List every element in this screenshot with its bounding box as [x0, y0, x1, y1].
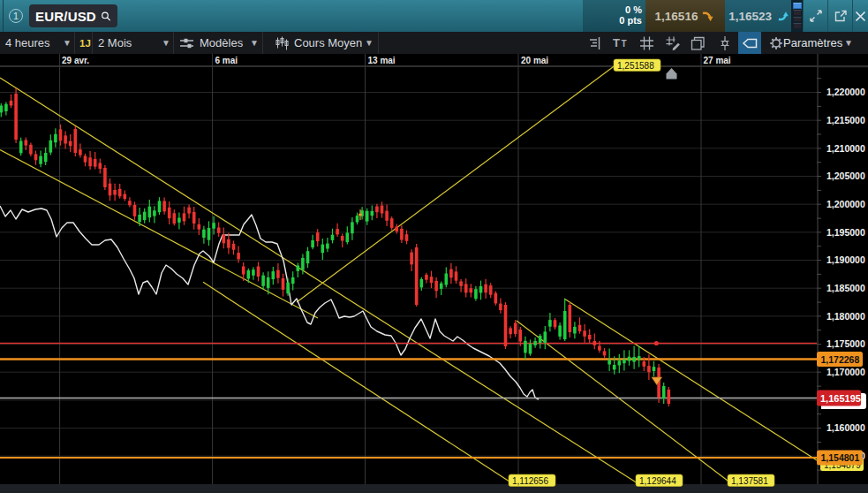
svg-text:1,195000: 1,195000 — [826, 227, 865, 238]
svg-text:1,190000: 1,190000 — [826, 254, 865, 265]
svg-text:1,180000: 1,180000 — [826, 311, 865, 322]
svg-text:1,160000: 1,160000 — [826, 422, 865, 433]
svg-text:1,215000: 1,215000 — [826, 115, 865, 125]
svg-text:1,205000: 1,205000 — [826, 171, 865, 181]
svg-text:1,210000: 1,210000 — [826, 143, 865, 154]
svg-text:1,185000: 1,185000 — [826, 283, 865, 293]
svg-text:1,165195: 1,165195 — [820, 393, 861, 404]
svg-text:1,154801: 1,154801 — [821, 452, 860, 463]
svg-text:1,137581: 1,137581 — [731, 476, 768, 486]
svg-text:1,175000: 1,175000 — [826, 338, 865, 349]
svg-text:1,200000: 1,200000 — [826, 199, 865, 209]
svg-text:13 mai: 13 mai — [368, 56, 396, 65]
svg-text:1,220000: 1,220000 — [826, 87, 865, 97]
svg-text:1,251588: 1,251588 — [617, 61, 654, 71]
svg-text:27 mai: 27 mai — [704, 56, 731, 65]
svg-text:T: T — [613, 36, 620, 49]
svg-text:1,129644: 1,129644 — [639, 476, 676, 486]
svg-text:T: T — [622, 39, 627, 49]
svg-text:1,112656: 1,112656 — [512, 476, 548, 486]
svg-text:20 mai: 20 mai — [521, 56, 548, 65]
svg-text:6 mai: 6 mai — [215, 56, 238, 65]
svg-text:1,172268: 1,172268 — [821, 354, 860, 365]
svg-text:1,170000: 1,170000 — [826, 367, 865, 377]
svg-text:29 avr.: 29 avr. — [62, 56, 89, 65]
